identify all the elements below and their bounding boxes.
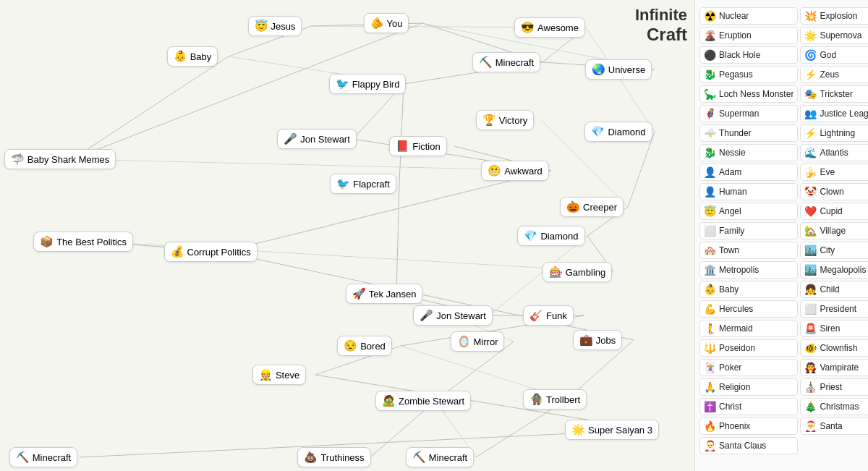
node-trollbert[interactable]: 🧌TrollbertFirst Discovery [531, 389, 579, 398]
sidebar-item-zeus[interactable]: ⚡Zeus [800, 66, 868, 83]
sidebar-item-family[interactable]: ⬜Family [699, 222, 798, 239]
sidebar-item-village[interactable]: 🏡Village [800, 222, 868, 239]
sidebar-item-cupid[interactable]: ❤️Cupid [800, 203, 868, 220]
node-tek_jansen[interactable]: 🚀Tek JansenFirst Discovery [360, 284, 408, 292]
sidebar-explosion-icon: 💥 [804, 10, 817, 22]
sidebar-item-siren[interactable]: 🚨Siren [800, 320, 868, 337]
sidebar-item-city[interactable]: 🏙️City [800, 242, 868, 259]
sidebar-item-town[interactable]: 🏘️Town [699, 242, 798, 259]
sidebar-item-santa-claus[interactable]: 🎅Santa Claus [699, 437, 798, 454]
sidebar-item-santa[interactable]: 🎅Santa [800, 417, 868, 435]
sidebar-christmas-text: Christmas [820, 402, 859, 412]
sidebar-clown-icon: 🤡 [804, 186, 817, 198]
sidebar-village-text: Village [820, 226, 846, 236]
sidebar-superman-text: Superman [719, 109, 759, 119]
the_best_politics-label: The Best Politics [56, 237, 127, 247]
sidebar-item-nuclear[interactable]: ☢️Nuclear [699, 7, 798, 25]
sidebar-item-justice-league[interactable]: 👥Justice League [800, 105, 868, 122]
sidebar-zeus-text: Zeus [820, 69, 839, 80]
sidebar-item-priest[interactable]: ⛪Priest [800, 378, 868, 396]
sidebar-item-adam[interactable]: 👤Adam [699, 164, 798, 181]
sidebar-adam-icon: 👤 [704, 166, 716, 178]
sidebar-item-eruption[interactable]: 🌋Eruption [699, 27, 798, 44]
sidebar-eve-icon: 🍌 [804, 166, 817, 178]
sidebar-god-text: God [820, 50, 836, 60]
sidebar-lightning-icon: ⚡ [804, 127, 817, 139]
gambling-label: Gambling [566, 267, 606, 278]
sidebar-item-metropolis[interactable]: 🏛️Metropolis [699, 261, 798, 279]
sidebar-item-child[interactable]: 👧Child [800, 281, 868, 298]
node-the_best_politics[interactable]: 📦The Best PoliticsFirst Discovery [59, 232, 107, 240]
sidebar-eruption-icon: 🌋 [704, 30, 716, 41]
sidebar-item-eve[interactable]: 🍌Eve [800, 164, 868, 181]
logo-line1: Infinite [635, 6, 687, 25]
sidebar-religion-text: Religion [719, 382, 750, 392]
sidebar-item-superman[interactable]: 🦸Superman [699, 105, 798, 122]
sidebar-item-hercules[interactable]: 💪Hercules [699, 300, 798, 318]
steve-icon: 👷 [259, 368, 273, 381]
sidebar-item-lightning[interactable]: ⚡Lightning [800, 124, 868, 142]
sidebar-item-phoenix[interactable]: 🔥Phoenix [699, 417, 798, 435]
super_saiyan-icon: 🌟 [571, 423, 585, 436]
awesome-icon: 😎 [521, 21, 535, 34]
jesus-label: Jesus [271, 21, 296, 32]
sidebar-items-grid: ☢️Nuclear💥Explosion🌋Eruption🌟Supernova⚫B… [698, 6, 865, 456]
victory-icon: 🏆 [482, 114, 496, 127]
sidebar-item-black-hole[interactable]: ⚫Black Hole [699, 46, 798, 64]
sidebar-item-mermaid[interactable]: 🧜Mermaid [699, 320, 798, 337]
sidebar-item-pegasus[interactable]: 🐉Pegasus [699, 66, 798, 83]
svg-line-9 [399, 84, 404, 184]
sidebar-item-clownfish[interactable]: 🐠Clownfish [800, 339, 868, 357]
sidebar-christ-text: Christ [719, 402, 741, 412]
sidebar-item-megalopolis[interactable]: 🏙️Megalopolis [800, 261, 868, 279]
sidebar-eruption-text: Eruption [719, 30, 752, 41]
sidebar-supernova-text: Supernova [820, 30, 861, 41]
sidebar-item-human[interactable]: 👤Human [699, 183, 798, 200]
sidebar-pegasus-icon: 🐉 [704, 69, 716, 80]
sidebar-item-nessie[interactable]: 🐉Nessie [699, 144, 798, 161]
sidebar-metropolis-text: Metropolis [719, 265, 759, 275]
sidebar-item-poker[interactable]: 🃏Poker [699, 359, 798, 376]
sidebar-angel-icon: 😇 [704, 205, 716, 217]
universe-label: Universe [608, 64, 645, 75]
sidebar-priest-text: Priest [820, 382, 842, 392]
sidebar-child-icon: 👧 [804, 284, 817, 295]
sidebar-item-loch-ness-monster[interactable]: 🦕Loch Ness Monster [699, 85, 798, 103]
awesome-label: Awesome [537, 22, 579, 33]
victory-label: Victory [499, 115, 528, 126]
sidebar-item-explosion[interactable]: 💥Explosion [800, 7, 868, 25]
sidebar-village-icon: 🏡 [804, 225, 817, 237]
sidebar-item-angel[interactable]: 😇Angel [699, 203, 798, 220]
jon_stewart2-icon: 🎤 [420, 309, 433, 322]
creeper-icon: 🎃 [566, 200, 580, 213]
sidebar-item-vampirate[interactable]: 🧛Vampirate [800, 359, 868, 376]
diamond2-label: Diamond [540, 231, 578, 242]
sidebar-religion-icon: 🙏 [704, 381, 716, 393]
sidebar-item-supernova[interactable]: 🌟Supernova [800, 27, 868, 44]
minecraft3-label: Minecraft [33, 452, 71, 463]
sidebar-item-christmas[interactable]: 🎄Christmas [800, 398, 868, 415]
craft-canvas[interactable]: 😇Jesus🫵You😎Awesome👶Baby⛏️Minecraft🌏Unive… [0, 0, 694, 471]
sidebar-item-clown[interactable]: 🤡Clown [800, 183, 868, 200]
svg-line-12 [628, 132, 655, 207]
sidebar-explosion-text: Explosion [820, 11, 857, 21]
sidebar-megalopolis-text: Megalopolis [820, 265, 866, 275]
sidebar-item-christ[interactable]: ✝️Christ [699, 398, 798, 415]
node-zombie_stewart[interactable]: 🧟Zombie StewartFirst Discovery [399, 391, 447, 399]
sidebar-item-trickster[interactable]: 🎭Trickster [800, 85, 868, 103]
tek_jansen-label: Tek Jansen [369, 289, 417, 300]
sidebar-item-god[interactable]: 🌀God [800, 46, 868, 64]
sidebar-mermaid-icon: 🧜 [704, 323, 716, 334]
fiction-label: Fiction [412, 141, 440, 152]
sidebar-baby-text: Baby [719, 284, 739, 294]
sidebar-item-religion[interactable]: 🙏Religion [699, 378, 798, 396]
sidebar-santa-claus-icon: 🎅 [704, 440, 716, 451]
sidebar-item-atlantis[interactable]: 🌊Atlantis [800, 144, 868, 161]
sidebar-item-president[interactable]: ⬜President [800, 300, 868, 318]
sidebar-item-baby[interactable]: 👶Baby [699, 281, 798, 298]
sidebar-item-poseidon[interactable]: 🔱Poseidon [699, 339, 798, 357]
sidebar-item-thunder[interactable]: 🌩️Thunder [699, 124, 798, 142]
sidebar-nuclear-text: Nuclear [719, 11, 749, 21]
node-corrupt_politics[interactable]: 💰Corrupt PoliticsFirst Discovery [187, 242, 234, 250]
node-baby_shark_memes[interactable]: 🦈Baby Shark MemesFirst Discovery [36, 149, 84, 158]
